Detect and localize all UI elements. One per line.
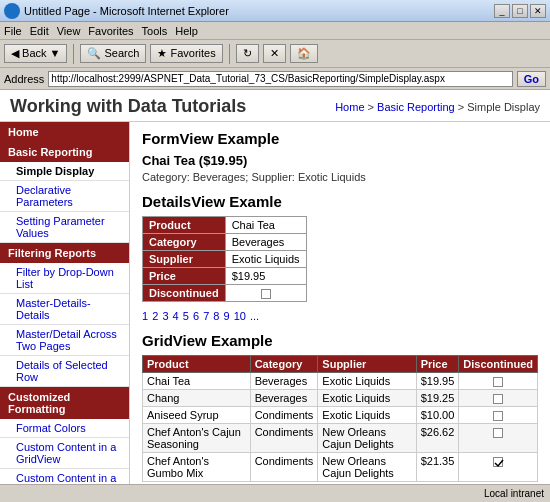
grid-cell-price: $21.35 [416, 453, 459, 482]
window-controls[interactable]: _ □ ✕ [494, 4, 546, 18]
pager-link-1[interactable]: 1 [142, 310, 148, 322]
sidebar-item-declarative-parameters[interactable]: Declarative Parameters [0, 181, 129, 212]
favorites-button[interactable]: ★ Favorites [150, 44, 222, 63]
sidebar-item-master-details[interactable]: Master-Details-Details [0, 294, 129, 325]
page-title: Working with Data Tutorials [10, 96, 246, 117]
detailsview-section-title: DetailsView Examle [142, 193, 538, 210]
sidebar-group-basic-reporting[interactable]: Basic Reporting [0, 142, 129, 162]
grid-col-product: Product [143, 356, 251, 373]
menu-file[interactable]: File [4, 25, 22, 37]
formview-description: Category: Beverages; Supplier: Exotic Li… [142, 171, 538, 183]
discontinued-checkbox [493, 377, 503, 387]
refresh-button[interactable]: ↻ [236, 44, 259, 63]
menu-help[interactable]: Help [175, 25, 198, 37]
details-row-discontinued: Discontinued [143, 285, 307, 302]
status-text: Local intranet [484, 488, 544, 499]
details-value-product: Chai Tea [225, 217, 306, 234]
details-value-discontinued [225, 285, 306, 302]
breadcrumb-sep2: > [458, 101, 467, 113]
go-button[interactable]: Go [517, 71, 546, 87]
pager-link-4[interactable]: 4 [173, 310, 179, 322]
grid-col-supplier: Supplier [318, 356, 416, 373]
grid-cell-category: Beverages [250, 390, 318, 407]
toolbar: ◀ Back ▼ 🔍 Search ★ Favorites ↻ ✕ 🏠 [0, 40, 550, 68]
table-row: Chef Anton's Gumbo Mix Condiments New Or… [143, 453, 538, 482]
details-label-category: Category [143, 234, 226, 251]
menu-bar: File Edit View Favorites Tools Help [0, 22, 550, 40]
toolbar-separator-2 [229, 44, 230, 64]
grid-col-discontinued: Discontinued [459, 356, 538, 373]
grid-cell-product: Chef Anton's Cajun Seasoning [143, 424, 251, 453]
close-button[interactable]: ✕ [530, 4, 546, 18]
sidebar-item-custom-content-detailsview[interactable]: Custom Content in a DetailsView [0, 469, 129, 484]
grid-cell-price: $10.00 [416, 407, 459, 424]
pager-link-2[interactable]: 2 [152, 310, 158, 322]
stop-button[interactable]: ✕ [263, 44, 286, 63]
pager-link-5[interactable]: 5 [183, 310, 189, 322]
minimize-button[interactable]: _ [494, 4, 510, 18]
details-label-product: Product [143, 217, 226, 234]
sidebar-group-filtering-reports[interactable]: Filtering Reports [0, 243, 129, 263]
details-value-category: Beverages [225, 234, 306, 251]
menu-tools[interactable]: Tools [142, 25, 168, 37]
gridview-section-title: GridView Example [142, 332, 538, 349]
pager-link-8[interactable]: 8 [213, 310, 219, 322]
details-label-supplier: Supplier [143, 251, 226, 268]
main-content: FormView Example Chai Tea ($19.95) Categ… [130, 122, 550, 484]
grid-cell-category: Condiments [250, 424, 318, 453]
pager-link-6[interactable]: 6 [193, 310, 199, 322]
sidebar-group-home[interactable]: Home [0, 122, 129, 142]
grid-cell-discontinued [459, 453, 538, 482]
menu-view[interactable]: View [57, 25, 81, 37]
sidebar-group-customized-formatting[interactable]: Customized Formatting [0, 387, 129, 419]
discontinued-checkbox-checked [493, 457, 503, 467]
grid-cell-category: Condiments [250, 407, 318, 424]
grid-header-row: Product Category Supplier Price Disconti… [143, 356, 538, 373]
sidebar-item-filter-dropdown[interactable]: Filter by Drop-Down List [0, 263, 129, 294]
page-content: Working with Data Tutorials Home > Basic… [0, 90, 550, 484]
pager-link-3[interactable]: 3 [162, 310, 168, 322]
back-button[interactable]: ◀ Back ▼ [4, 44, 67, 63]
sidebar-item-setting-parameter-values[interactable]: Setting Parameter Values [0, 212, 129, 243]
sidebar: Home Basic Reporting Simple Display Decl… [0, 122, 130, 484]
sidebar-item-simple-display[interactable]: Simple Display [0, 162, 129, 181]
grid-cell-price: $26.62 [416, 424, 459, 453]
sidebar-item-custom-content-gridview[interactable]: Custom Content in a GridView [0, 438, 129, 469]
sidebar-item-master-detail-two-pages[interactable]: Master/Detail Across Two Pages [0, 325, 129, 356]
discontinued-checkbox [261, 289, 271, 299]
breadcrumb-sep1: > [368, 101, 377, 113]
table-row: Chai Tea Beverages Exotic Liquids $19.95 [143, 373, 538, 390]
pager-link-9[interactable]: 9 [224, 310, 230, 322]
menu-edit[interactable]: Edit [30, 25, 49, 37]
home-button[interactable]: 🏠 [290, 44, 318, 63]
sidebar-item-details-selected-row[interactable]: Details of Selected Row [0, 356, 129, 387]
grid-cell-supplier: New Orleans Cajun Delights [318, 424, 416, 453]
sidebar-item-format-colors[interactable]: Format Colors [0, 419, 129, 438]
details-row-product: Product Chai Tea [143, 217, 307, 234]
grid-cell-discontinued [459, 424, 538, 453]
table-row: Aniseed Syrup Condiments Exotic Liquids … [143, 407, 538, 424]
grid-cell-discontinued [459, 407, 538, 424]
menu-favorites[interactable]: Favorites [88, 25, 133, 37]
content-area: Home Basic Reporting Simple Display Decl… [0, 122, 550, 484]
window-title: Untitled Page - Microsoft Internet Explo… [24, 5, 494, 17]
grid-cell-supplier: Exotic Liquids [318, 407, 416, 424]
toolbar-separator-1 [73, 44, 74, 64]
maximize-button[interactable]: □ [512, 4, 528, 18]
grid-cell-supplier: Exotic Liquids [318, 390, 416, 407]
breadcrumb-home[interactable]: Home [335, 101, 364, 113]
details-value-supplier: Exotic Liquids [225, 251, 306, 268]
search-button[interactable]: 🔍 Search [80, 44, 146, 63]
grid-cell-supplier: Exotic Liquids [318, 373, 416, 390]
pager-link-10[interactable]: 10 [234, 310, 246, 322]
details-label-discontinued: Discontinued [143, 285, 226, 302]
table-row: Chang Beverages Exotic Liquids $19.25 [143, 390, 538, 407]
address-input[interactable] [48, 71, 512, 87]
details-label-price: Price [143, 268, 226, 285]
pager-link-7[interactable]: 7 [203, 310, 209, 322]
details-row-category: Category Beverages [143, 234, 307, 251]
grid-cell-supplier: New Orleans Cajun Delights [318, 453, 416, 482]
discontinued-checkbox [493, 411, 503, 421]
breadcrumb-section[interactable]: Basic Reporting [377, 101, 455, 113]
pager-link-more[interactable]: ... [250, 310, 259, 322]
